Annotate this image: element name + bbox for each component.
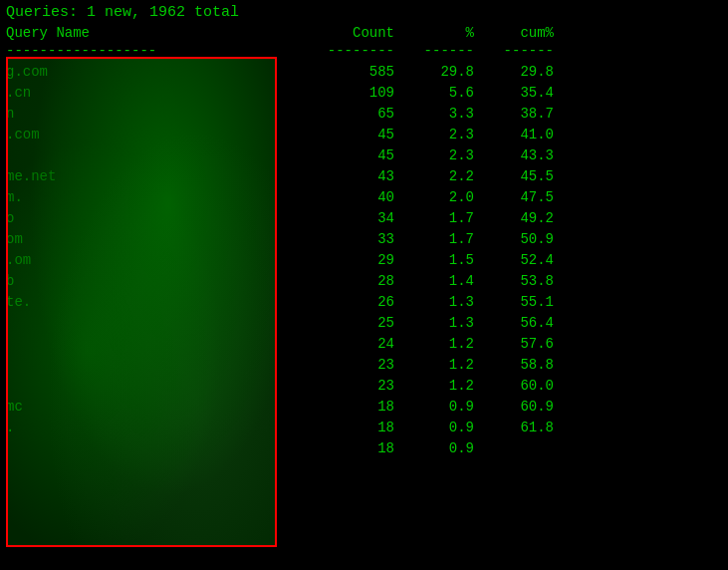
- row-cum: 45.5: [474, 166, 554, 187]
- row-name: mc: [6, 397, 305, 418]
- row-count: 40: [305, 187, 394, 208]
- table-row: .om 29 1.5 52.4: [6, 250, 722, 271]
- row-count: 23: [305, 355, 394, 376]
- row-name: n: [6, 104, 305, 125]
- row-pct: 5.6: [394, 83, 474, 104]
- row-cum: 60.9: [474, 397, 554, 418]
- row-count: 45: [305, 145, 394, 166]
- row-count: 25: [305, 313, 394, 334]
- table-row: 23 1.2 60.0: [6, 376, 722, 397]
- row-cum: 49.2: [474, 208, 554, 229]
- table-row: 25 1.3 56.4: [6, 313, 722, 334]
- table-row: .cn 109 5.6 35.4: [6, 83, 722, 104]
- row-count: 109: [305, 83, 394, 104]
- row-name: [6, 313, 305, 334]
- row-name: [6, 438, 305, 459]
- table-row: m. 40 2.0 47.5: [6, 187, 722, 208]
- row-pct: 0.9: [394, 438, 474, 459]
- divider-name: ------------------: [6, 43, 305, 59]
- row-cum: 56.4: [474, 313, 554, 334]
- row-pct: 1.2: [394, 334, 474, 355]
- row-cum: 61.8: [474, 418, 554, 438]
- row-pct: 0.9: [394, 418, 474, 438]
- table-row: mc 18 0.9 60.9: [6, 397, 722, 418]
- table-row: om 33 1.7 50.9: [6, 229, 722, 250]
- row-pct: 1.4: [394, 271, 474, 292]
- row-name: te.: [6, 292, 305, 313]
- row-cum: 41.0: [474, 125, 554, 145]
- table-row: .com 45 2.3 41.0: [6, 125, 722, 145]
- row-pct: 1.2: [394, 376, 474, 397]
- table-row: 23 1.2 58.8: [6, 355, 722, 376]
- table-row: o 34 1.7 49.2: [6, 208, 722, 229]
- divider-pct: ------: [394, 43, 474, 59]
- row-cum: [474, 438, 554, 459]
- row-pct: 2.3: [394, 145, 474, 166]
- row-cum: 57.6: [474, 334, 554, 355]
- row-pct: 1.3: [394, 292, 474, 313]
- col-header-cum: cum%: [474, 25, 554, 41]
- col-header-pct: %: [394, 25, 474, 41]
- divider-count: --------: [305, 43, 394, 59]
- row-cum: 58.8: [474, 355, 554, 376]
- row-cum: 50.9: [474, 229, 554, 250]
- row-pct: 1.3: [394, 313, 474, 334]
- row-name: om: [6, 229, 305, 250]
- row-count: 29: [305, 250, 394, 271]
- row-pct: 29.8: [394, 62, 474, 83]
- row-name: .com: [6, 125, 305, 145]
- table-row: 24 1.2 57.6: [6, 334, 722, 355]
- row-cum: 55.1: [474, 292, 554, 313]
- table-row: n 65 3.3 38.7: [6, 104, 722, 125]
- row-cum: 43.3: [474, 145, 554, 166]
- terminal-window: Queries: 1 new, 1962 total Query Name Co…: [0, 0, 728, 570]
- table-row: 18 0.9: [6, 438, 722, 459]
- row-cum: 47.5: [474, 187, 554, 208]
- row-count: 65: [305, 104, 394, 125]
- row-cum: 60.0: [474, 376, 554, 397]
- row-pct: 2.2: [394, 166, 474, 187]
- table-header-row: Query Name Count % cum%: [6, 25, 722, 41]
- table-rows: g.com 585 29.8 29.8 .cn 109 5.6 35.4 n 6…: [6, 62, 722, 459]
- header-title: Queries: 1 new, 1962 total: [6, 4, 722, 21]
- row-pct: 2.0: [394, 187, 474, 208]
- row-count: 26: [305, 292, 394, 313]
- row-count: 28: [305, 271, 394, 292]
- row-name: me.net: [6, 166, 305, 187]
- row-name: m.: [6, 187, 305, 208]
- row-count: 33: [305, 229, 394, 250]
- table-row: . 18 0.9 61.8: [6, 418, 722, 438]
- row-pct: 1.7: [394, 208, 474, 229]
- row-pct: 0.9: [394, 397, 474, 418]
- row-name: g.com: [6, 62, 305, 83]
- table-row: te. 26 1.3 55.1: [6, 292, 722, 313]
- row-name: .om: [6, 250, 305, 271]
- row-cum: 53.8: [474, 271, 554, 292]
- row-count: 34: [305, 208, 394, 229]
- row-count: 18: [305, 397, 394, 418]
- row-count: 24: [305, 334, 394, 355]
- col-header-count: Count: [305, 25, 394, 41]
- row-count: 43: [305, 166, 394, 187]
- table-row: me.net 43 2.2 45.5: [6, 166, 722, 187]
- query-table: Query Name Count % cum% ----------------…: [6, 25, 722, 459]
- divider-cum: ------: [474, 43, 554, 59]
- row-name: .: [6, 418, 305, 438]
- row-name: [6, 145, 305, 166]
- table-row: g.com 585 29.8 29.8: [6, 62, 722, 83]
- row-name: o: [6, 208, 305, 229]
- row-pct: 1.2: [394, 355, 474, 376]
- row-count: 23: [305, 376, 394, 397]
- row-pct: 1.7: [394, 229, 474, 250]
- row-pct: 2.3: [394, 125, 474, 145]
- row-cum: 29.8: [474, 62, 554, 83]
- row-count: 18: [305, 438, 394, 459]
- row-pct: 1.5: [394, 250, 474, 271]
- row-cum: 52.4: [474, 250, 554, 271]
- row-name: .cn: [6, 83, 305, 104]
- row-name: [6, 376, 305, 397]
- row-cum: 35.4: [474, 83, 554, 104]
- row-cum: 38.7: [474, 104, 554, 125]
- table-row: 45 2.3 43.3: [6, 145, 722, 166]
- row-count: 45: [305, 125, 394, 145]
